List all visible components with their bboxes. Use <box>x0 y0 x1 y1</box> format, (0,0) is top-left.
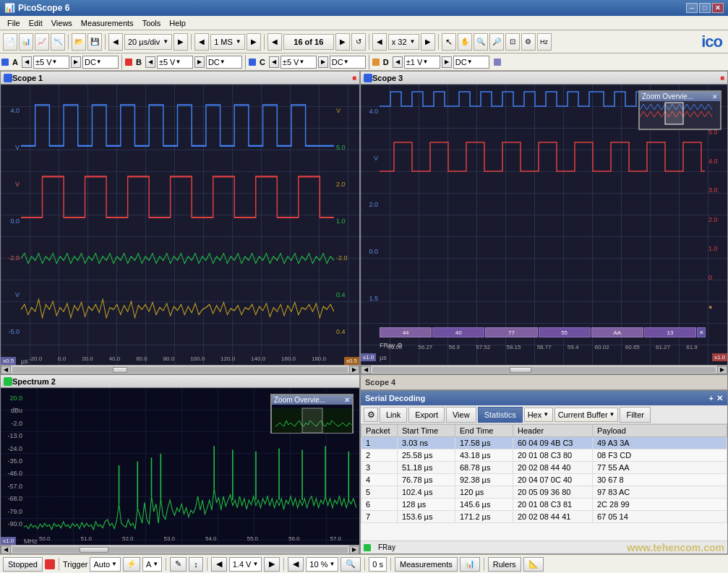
zoom-in-tool[interactable]: 🔍 <box>474 33 488 51</box>
scope1-waveform-area[interactable]: 4.0 V V 0.0 -2.0 V -5.0 <box>1 85 359 365</box>
sd-tab-view[interactable]: View <box>446 407 476 423</box>
sd-settings-icon[interactable]: ⚙ <box>364 408 378 422</box>
ch-a-range[interactable]: ±5 V ▼ <box>33 56 69 69</box>
next-zoom[interactable]: ▶ <box>421 33 435 51</box>
ch-b-next[interactable]: ▶ <box>194 56 205 68</box>
scope2-scroll-left[interactable]: ◀ <box>1 546 11 554</box>
ch-d-coupling[interactable]: DC ▼ <box>453 56 489 69</box>
measurements-btn[interactable]: Measurements <box>395 557 458 572</box>
toolbar-btn-1[interactable]: 📄 <box>3 33 17 51</box>
zoom-close-button[interactable]: ✕ <box>712 93 718 100</box>
ch-c-coupling[interactable]: DC ▼ <box>330 56 366 69</box>
sd-table[interactable]: Packet Start Time End Time Header Payloa… <box>361 424 727 540</box>
ch-c-next[interactable]: ▶ <box>318 56 328 68</box>
col-start-time[interactable]: Start Time <box>398 425 455 437</box>
scope3-scroll-right[interactable]: ▶ <box>717 366 727 374</box>
ch-b-prev[interactable]: ◀ <box>145 56 155 68</box>
prev-voltage[interactable]: ◀ <box>211 557 227 572</box>
zoom-dropdown[interactable]: x 32 ▼ <box>388 34 419 50</box>
refresh-button[interactable]: ↺ <box>351 33 366 51</box>
toolbar-btn-3[interactable]: 📈 <box>35 33 49 51</box>
scope3-scroll-thumb[interactable] <box>510 367 531 373</box>
minimize-button[interactable]: ─ <box>686 3 698 13</box>
zoom-out-tool[interactable]: 🔎 <box>489 33 504 51</box>
sd-close-button[interactable]: ✕ <box>716 394 723 403</box>
scope3-scroll-track[interactable] <box>372 367 716 373</box>
scope3-scale-left[interactable]: x1.0 <box>361 353 376 361</box>
sd-hex-dropdown[interactable]: Hex ▼ <box>524 408 553 422</box>
zoom-pct-dropdown[interactable]: 10 % ▼ <box>306 557 338 572</box>
scope1-scroll-left[interactable]: ◀ <box>1 366 11 374</box>
stop-button[interactable]: Stopped <box>3 557 43 572</box>
scope2-zoom-close[interactable]: ✕ <box>344 396 350 404</box>
menu-file[interactable]: File <box>3 17 25 29</box>
menu-edit[interactable]: Edit <box>25 17 47 29</box>
ch-d-next[interactable]: ▶ <box>442 56 452 68</box>
toolbar-btn-2[interactable]: 📊 <box>19 33 33 51</box>
scope2-color-indicator[interactable] <box>4 377 12 386</box>
ch-a-coupling[interactable]: DC ▼ <box>82 56 119 69</box>
trigger-icon-btn[interactable]: ⚡ <box>123 557 140 572</box>
scope3-scale-right[interactable]: x1.0 <box>712 353 727 361</box>
save-button[interactable]: 💾 <box>87 33 102 51</box>
col-packet[interactable]: Packet <box>361 425 398 437</box>
hand-tool[interactable]: ✋ <box>458 33 472 51</box>
timebase-dropdown[interactable]: 20 µs/div ▼ <box>124 34 172 50</box>
prev-samples[interactable]: ◀ <box>194 33 209 51</box>
col-header[interactable]: Header <box>513 425 593 437</box>
col-end-time[interactable]: End Time <box>455 425 513 437</box>
sd-tab-statistics[interactable]: Statistics <box>478 407 523 423</box>
scope3-scroll-left[interactable]: ◀ <box>361 366 371 374</box>
prev-timebase[interactable]: ◀ <box>108 33 123 51</box>
trigger-mode-dropdown[interactable]: Auto ▼ <box>90 557 121 572</box>
zoom-fit-tool[interactable]: ⊡ <box>505 33 520 51</box>
table-row[interactable]: 6128 µs145.6 µs20 01 08 C3 812C 28 99 <box>361 499 727 511</box>
maximize-button[interactable]: □ <box>699 3 711 13</box>
toolbar-btn-4[interactable]: 📉 <box>51 33 65 51</box>
ch-c-prev[interactable]: ◀ <box>269 56 279 68</box>
scope1-scroll-thumb[interactable] <box>113 367 127 373</box>
ch-d-prev[interactable]: ◀ <box>393 56 403 68</box>
table-row[interactable]: 5102.4 µs120 µs20 05 09 36 8097 83 AC <box>361 486 727 499</box>
table-row[interactable]: 476.78 µs92.38 µs20 04 07 0C 4030 67 8 <box>361 474 727 486</box>
scope3-waveform-area[interactable]: Zoom Overvie... ✕ 4.0 V 2.0 <box>361 85 727 365</box>
scope3-color-indicator[interactable] <box>364 74 372 82</box>
voltage-dropdown[interactable]: 1.4 V ▼ <box>229 557 262 572</box>
close-button[interactable]: ✕ <box>712 3 724 13</box>
scope2-scroll-track[interactable] <box>12 547 348 553</box>
trigger-action-2[interactable]: ↕ <box>189 557 203 572</box>
settings-tool[interactable]: ⚙ <box>521 33 536 51</box>
cursor-tool[interactable]: ↖ <box>442 33 456 51</box>
sd-tab-link[interactable]: Link <box>380 407 407 423</box>
scope2-scale[interactable]: x1.0 <box>1 537 16 545</box>
scope1-scroll-track[interactable] <box>12 367 348 373</box>
open-button[interactable]: 📂 <box>72 33 86 51</box>
ch-a-next[interactable]: ▶ <box>71 56 81 68</box>
next-timebase[interactable]: ▶ <box>174 33 188 51</box>
scope1-color-indicator[interactable] <box>4 74 12 82</box>
menu-views[interactable]: Views <box>47 17 77 29</box>
sd-tab-filter[interactable]: Filter <box>620 407 650 423</box>
ch-b-coupling[interactable]: DC ▼ <box>206 56 242 69</box>
measurements-icon1[interactable]: 📊 <box>460 557 480 572</box>
ch-c-range[interactable]: ±5 V ▼ <box>281 56 317 69</box>
table-row[interactable]: 351.18 µs68.78 µs20 02 08 44 4077 55 AA <box>361 462 727 474</box>
scope2-scroll-thumb[interactable] <box>80 547 108 553</box>
scope2-waveform-area[interactable]: Zoom Overvie... ✕ 20.0 dBu <box>1 388 359 545</box>
table-row[interactable]: 7153.6 µs171.2 µs20 02 08 44 4167 05 14 <box>361 511 727 523</box>
trigger-action-1[interactable]: ✎ <box>170 557 187 572</box>
col-payload[interactable]: Payload <box>593 425 727 437</box>
prev-zoom[interactable]: ◀ <box>372 33 387 51</box>
zoom-icon-btn[interactable]: 🔍 <box>341 557 361 572</box>
sd-tab-export[interactable]: Export <box>408 407 445 423</box>
record-button[interactable] <box>45 559 55 569</box>
rulers-icon[interactable]: 📐 <box>523 557 544 572</box>
sd-buffer-dropdown[interactable]: Current Buffer ▼ <box>554 408 619 422</box>
scope1-scale-right[interactable]: x0.5 <box>344 357 359 365</box>
ch-b-range[interactable]: ±5 V ▼ <box>157 56 193 69</box>
next-capture[interactable]: ▶ <box>335 33 350 51</box>
table-row[interactable]: 225.58 µs43.18 µs20 01 08 C3 8008 F3 CD <box>361 449 727 462</box>
prev-zoom-pct[interactable]: ◀ <box>288 557 304 572</box>
samples-dropdown[interactable]: 1 MS ▼ <box>210 34 245 50</box>
next-samples[interactable]: ▶ <box>247 33 261 51</box>
